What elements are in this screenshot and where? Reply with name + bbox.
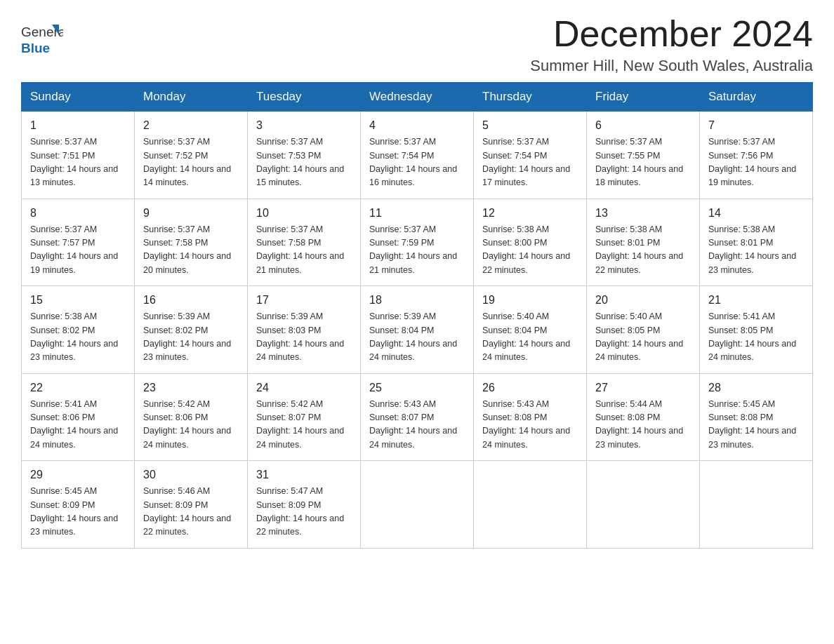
location-title: Summer Hill, New South Wales, Australia bbox=[530, 57, 813, 75]
calendar-week-row: 22Sunrise: 5:41 AMSunset: 8:06 PMDayligh… bbox=[22, 373, 813, 461]
page-header: General Blue December 2024 Summer Hill, … bbox=[21, 14, 813, 75]
calendar-cell: 28Sunrise: 5:45 AMSunset: 8:08 PMDayligh… bbox=[700, 373, 813, 461]
calendar-week-row: 8Sunrise: 5:37 AMSunset: 7:57 PMDaylight… bbox=[22, 199, 813, 286]
calendar-header-row: SundayMondayTuesdayWednesdayThursdayFrid… bbox=[22, 83, 813, 112]
day-info: Sunrise: 5:38 AMSunset: 8:02 PMDaylight:… bbox=[30, 310, 126, 365]
day-info: Sunrise: 5:37 AMSunset: 7:58 PMDaylight:… bbox=[256, 223, 352, 278]
day-info: Sunrise: 5:39 AMSunset: 8:02 PMDaylight:… bbox=[143, 310, 239, 365]
calendar-cell: 29Sunrise: 5:45 AMSunset: 8:09 PMDayligh… bbox=[22, 461, 135, 549]
day-number: 9 bbox=[143, 205, 239, 222]
day-info: Sunrise: 5:45 AMSunset: 8:08 PMDaylight:… bbox=[708, 398, 804, 452]
day-number: 5 bbox=[482, 117, 578, 134]
day-number: 23 bbox=[143, 380, 239, 396]
day-info: Sunrise: 5:43 AMSunset: 8:07 PMDaylight:… bbox=[369, 398, 465, 452]
day-info: Sunrise: 5:37 AMSunset: 7:55 PMDaylight:… bbox=[595, 135, 691, 190]
calendar-cell bbox=[474, 461, 587, 549]
day-info: Sunrise: 5:46 AMSunset: 8:09 PMDaylight:… bbox=[143, 485, 239, 539]
calendar-cell: 25Sunrise: 5:43 AMSunset: 8:07 PMDayligh… bbox=[361, 373, 474, 461]
day-number: 24 bbox=[256, 380, 352, 396]
calendar-cell: 8Sunrise: 5:37 AMSunset: 7:57 PMDaylight… bbox=[22, 199, 135, 286]
calendar-cell: 12Sunrise: 5:38 AMSunset: 8:00 PMDayligh… bbox=[474, 199, 587, 286]
calendar-table: SundayMondayTuesdayWednesdayThursdayFrid… bbox=[21, 82, 813, 549]
calendar-cell: 21Sunrise: 5:41 AMSunset: 8:05 PMDayligh… bbox=[700, 286, 813, 374]
calendar-cell: 19Sunrise: 5:40 AMSunset: 8:04 PMDayligh… bbox=[474, 286, 587, 374]
day-info: Sunrise: 5:45 AMSunset: 8:09 PMDaylight:… bbox=[30, 485, 126, 539]
day-number: 7 bbox=[708, 117, 804, 134]
day-number: 19 bbox=[482, 292, 578, 309]
day-info: Sunrise: 5:39 AMSunset: 8:04 PMDaylight:… bbox=[369, 310, 465, 365]
day-number: 22 bbox=[30, 380, 126, 396]
day-number: 10 bbox=[256, 205, 352, 222]
calendar-cell: 1Sunrise: 5:37 AMSunset: 7:51 PMDaylight… bbox=[22, 112, 135, 199]
calendar-cell: 31Sunrise: 5:47 AMSunset: 8:09 PMDayligh… bbox=[248, 461, 361, 549]
calendar-cell: 24Sunrise: 5:42 AMSunset: 8:07 PMDayligh… bbox=[248, 373, 361, 461]
day-info: Sunrise: 5:37 AMSunset: 7:58 PMDaylight:… bbox=[143, 223, 239, 278]
day-info: Sunrise: 5:37 AMSunset: 7:57 PMDaylight:… bbox=[30, 223, 126, 278]
day-number: 27 bbox=[595, 380, 691, 396]
calendar-cell: 20Sunrise: 5:40 AMSunset: 8:05 PMDayligh… bbox=[587, 286, 700, 374]
day-number: 1 bbox=[30, 117, 126, 134]
day-number: 4 bbox=[369, 117, 465, 134]
day-info: Sunrise: 5:37 AMSunset: 7:59 PMDaylight:… bbox=[369, 223, 465, 278]
day-info: Sunrise: 5:37 AMSunset: 7:54 PMDaylight:… bbox=[369, 135, 465, 190]
day-info: Sunrise: 5:37 AMSunset: 7:52 PMDaylight:… bbox=[143, 135, 239, 190]
day-number: 20 bbox=[595, 292, 691, 309]
day-number: 12 bbox=[482, 205, 578, 222]
svg-text:Blue: Blue bbox=[21, 41, 50, 55]
day-info: Sunrise: 5:41 AMSunset: 8:06 PMDaylight:… bbox=[30, 398, 126, 452]
calendar-week-row: 1Sunrise: 5:37 AMSunset: 7:51 PMDaylight… bbox=[22, 112, 813, 199]
day-number: 14 bbox=[708, 205, 804, 222]
calendar-cell: 5Sunrise: 5:37 AMSunset: 7:54 PMDaylight… bbox=[474, 112, 587, 199]
day-number: 21 bbox=[708, 292, 804, 309]
calendar-cell bbox=[361, 461, 474, 549]
calendar-cell: 3Sunrise: 5:37 AMSunset: 7:53 PMDaylight… bbox=[248, 112, 361, 199]
day-number: 3 bbox=[256, 117, 352, 134]
calendar-cell: 14Sunrise: 5:38 AMSunset: 8:01 PMDayligh… bbox=[700, 199, 813, 286]
day-info: Sunrise: 5:37 AMSunset: 7:53 PMDaylight:… bbox=[256, 135, 352, 190]
calendar-cell: 23Sunrise: 5:42 AMSunset: 8:06 PMDayligh… bbox=[135, 373, 248, 461]
column-header-tuesday: Tuesday bbox=[248, 83, 361, 112]
day-number: 25 bbox=[369, 380, 465, 396]
calendar-week-row: 29Sunrise: 5:45 AMSunset: 8:09 PMDayligh… bbox=[22, 461, 813, 549]
day-info: Sunrise: 5:40 AMSunset: 8:05 PMDaylight:… bbox=[595, 310, 691, 365]
day-info: Sunrise: 5:42 AMSunset: 8:06 PMDaylight:… bbox=[143, 398, 239, 452]
day-info: Sunrise: 5:47 AMSunset: 8:09 PMDaylight:… bbox=[256, 485, 352, 539]
calendar-cell: 30Sunrise: 5:46 AMSunset: 8:09 PMDayligh… bbox=[135, 461, 248, 549]
day-number: 28 bbox=[708, 380, 804, 396]
day-number: 13 bbox=[595, 205, 691, 222]
day-number: 30 bbox=[143, 467, 239, 483]
day-info: Sunrise: 5:38 AMSunset: 8:00 PMDaylight:… bbox=[482, 223, 578, 278]
day-number: 17 bbox=[256, 292, 352, 309]
calendar-cell: 11Sunrise: 5:37 AMSunset: 7:59 PMDayligh… bbox=[361, 199, 474, 286]
day-number: 8 bbox=[30, 205, 126, 222]
day-info: Sunrise: 5:37 AMSunset: 7:51 PMDaylight:… bbox=[30, 135, 126, 190]
month-title: December 2024 bbox=[530, 14, 813, 54]
day-number: 26 bbox=[482, 380, 578, 396]
calendar-cell: 27Sunrise: 5:44 AMSunset: 8:08 PMDayligh… bbox=[587, 373, 700, 461]
day-number: 31 bbox=[256, 467, 352, 483]
calendar-cell: 7Sunrise: 5:37 AMSunset: 7:56 PMDaylight… bbox=[700, 112, 813, 199]
calendar-cell: 22Sunrise: 5:41 AMSunset: 8:06 PMDayligh… bbox=[22, 373, 135, 461]
day-info: Sunrise: 5:42 AMSunset: 8:07 PMDaylight:… bbox=[256, 398, 352, 452]
calendar-cell: 15Sunrise: 5:38 AMSunset: 8:02 PMDayligh… bbox=[22, 286, 135, 374]
day-number: 2 bbox=[143, 117, 239, 134]
column-header-monday: Monday bbox=[135, 83, 248, 112]
calendar-cell: 13Sunrise: 5:38 AMSunset: 8:01 PMDayligh… bbox=[587, 199, 700, 286]
day-info: Sunrise: 5:37 AMSunset: 7:56 PMDaylight:… bbox=[708, 135, 804, 190]
day-info: Sunrise: 5:40 AMSunset: 8:04 PMDaylight:… bbox=[482, 310, 578, 365]
day-info: Sunrise: 5:43 AMSunset: 8:08 PMDaylight:… bbox=[482, 398, 578, 452]
calendar-cell: 18Sunrise: 5:39 AMSunset: 8:04 PMDayligh… bbox=[361, 286, 474, 374]
title-area: December 2024 Summer Hill, New South Wal… bbox=[530, 14, 813, 75]
day-number: 18 bbox=[369, 292, 465, 309]
calendar-cell: 10Sunrise: 5:37 AMSunset: 7:58 PMDayligh… bbox=[248, 199, 361, 286]
day-number: 15 bbox=[30, 292, 126, 309]
column-header-thursday: Thursday bbox=[474, 83, 587, 112]
calendar-cell bbox=[587, 461, 700, 549]
calendar-cell bbox=[700, 461, 813, 549]
column-header-wednesday: Wednesday bbox=[361, 83, 474, 112]
day-info: Sunrise: 5:37 AMSunset: 7:54 PMDaylight:… bbox=[482, 135, 578, 190]
column-header-saturday: Saturday bbox=[700, 83, 813, 112]
logo-icon: General Blue bbox=[21, 21, 63, 60]
calendar-cell: 26Sunrise: 5:43 AMSunset: 8:08 PMDayligh… bbox=[474, 373, 587, 461]
day-info: Sunrise: 5:44 AMSunset: 8:08 PMDaylight:… bbox=[595, 398, 691, 452]
